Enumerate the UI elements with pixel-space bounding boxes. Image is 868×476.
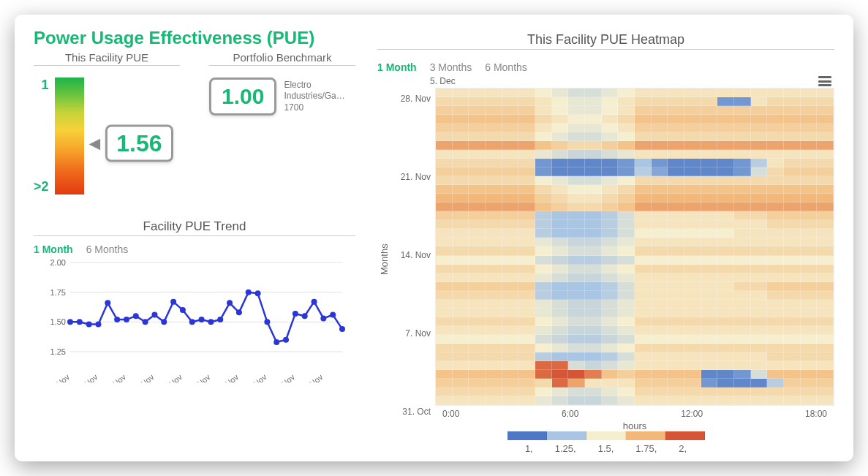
trend-chart: 1.251.501.752.0001 Nov04 Nov07 Nov10 Nov… — [34, 258, 355, 382]
heatmap-cell — [552, 361, 569, 370]
tab-6-months[interactable]: 6 Months — [86, 243, 129, 255]
heatmap-cell — [668, 352, 684, 361]
tab-3-months[interactable]: 3 Months — [430, 61, 472, 73]
heatmap-cell — [701, 344, 718, 352]
heatmap-cell — [486, 167, 502, 176]
heatmap-cell — [701, 185, 718, 194]
heatmap-cell — [618, 309, 635, 317]
heatmap-cell — [585, 379, 602, 388]
heatmap-cell — [469, 220, 486, 229]
heatmap-cell — [568, 194, 585, 203]
heatmap-cell — [602, 282, 619, 291]
heatmap-cell — [652, 185, 668, 194]
heatmap-cell — [684, 88, 701, 97]
heatmap-cell — [585, 361, 602, 370]
heatmap-cell — [734, 282, 751, 291]
heatmap-cell — [817, 256, 834, 265]
heatmap-cell — [801, 132, 818, 141]
heatmap-cell — [568, 256, 585, 265]
heatmap-cell — [751, 159, 768, 167]
heatmap-cell — [436, 238, 453, 246]
heatmap-cell — [801, 88, 818, 97]
heatmap-cell — [801, 194, 818, 203]
heatmap-cell — [635, 309, 652, 317]
heatmap-cell — [701, 370, 718, 379]
heatmap-cell — [502, 265, 519, 273]
heatmap-cell — [734, 176, 751, 185]
heatmap-cell — [486, 185, 502, 194]
heatmap-cell — [602, 344, 619, 352]
tab-6-months[interactable]: 6 Months — [485, 61, 527, 73]
heatmap-cell — [668, 317, 684, 326]
heatmap-cell — [436, 256, 453, 265]
benchmark-meta-1: Electro — [284, 80, 344, 91]
heatmap-cell — [734, 88, 751, 97]
heatmap-cell — [684, 388, 701, 396]
heatmap-cell — [469, 388, 486, 396]
heatmap-cell — [801, 396, 818, 405]
heatmap-cell — [436, 273, 453, 282]
heatmap-cell — [784, 246, 801, 255]
legend-swatch — [507, 431, 547, 440]
heatmap-cell — [486, 141, 502, 150]
heatmap-cell — [453, 388, 469, 396]
heatmap-cell — [453, 220, 469, 229]
heatmap-cell — [652, 335, 668, 344]
heatmap-cell — [535, 203, 552, 211]
heatmap-cell — [518, 361, 535, 370]
heatmap-cell — [502, 326, 519, 335]
heatmap-cell — [717, 300, 734, 309]
heatmap-cell — [701, 106, 718, 115]
heatmap-cell — [518, 370, 535, 379]
heatmap-cell — [801, 97, 818, 106]
heatmap-cell — [734, 352, 751, 361]
heatmap-cell — [518, 159, 535, 167]
heatmap-cell — [652, 282, 668, 291]
heatmap-cell — [635, 246, 652, 255]
heatmap-cell — [602, 141, 619, 150]
heatmap-cell — [767, 370, 784, 379]
heatmap-cell — [453, 379, 469, 388]
heatmap-cell — [469, 396, 486, 405]
tab-1-month[interactable]: 1 Month — [34, 243, 73, 255]
heatmap-cell — [618, 256, 635, 265]
heatmap-cell — [453, 159, 469, 167]
heatmap-cell — [453, 352, 469, 361]
heatmap-cell — [618, 265, 635, 273]
heatmap-cell — [701, 229, 718, 238]
heatmap-cell — [751, 396, 768, 405]
heatmap-cell — [701, 150, 718, 159]
heatmap-cell — [767, 246, 784, 255]
heatmap-cell — [751, 185, 768, 194]
heatmap-cell — [535, 309, 552, 317]
svg-text:1.50: 1.50 — [50, 317, 66, 326]
heatmap-cell — [552, 344, 569, 352]
heatmap-cell — [518, 124, 535, 132]
heatmap-cell — [535, 97, 552, 106]
heatmap-cell — [701, 326, 718, 335]
heatmap-cell — [784, 388, 801, 396]
heatmap-cell — [684, 115, 701, 124]
heatmap-cell — [734, 159, 751, 167]
heatmap-cell — [618, 238, 635, 246]
heatmap-cell — [568, 229, 585, 238]
heatmap-cell — [784, 265, 801, 273]
heatmap-cell — [469, 238, 486, 246]
heatmap-cell — [502, 246, 519, 255]
heatmap-cell — [751, 335, 768, 344]
heatmap-cell — [585, 97, 602, 106]
heatmap-cell — [552, 379, 569, 388]
heatmap-cell — [502, 309, 519, 317]
heatmap-cell — [767, 379, 784, 388]
heatmap-cell — [701, 159, 718, 167]
heatmap-cell — [502, 344, 519, 352]
heatmap-top-row: 5. Dec — [377, 76, 834, 86]
hamburger-icon[interactable] — [818, 76, 831, 86]
heatmap-cell — [535, 265, 552, 273]
tab-1-month[interactable]: 1 Month — [377, 61, 417, 73]
heatmap-cell — [618, 194, 635, 203]
heatmap-cell — [502, 97, 519, 106]
heatmap-cell — [801, 167, 818, 176]
heatmap-cell — [436, 379, 453, 388]
heatmap-cell — [717, 132, 734, 141]
